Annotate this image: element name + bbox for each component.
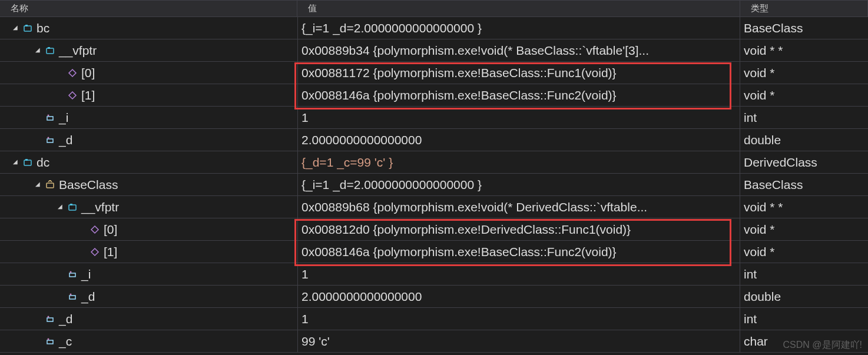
svg-rect-8 xyxy=(47,139,53,142)
svg-point-20 xyxy=(70,293,72,295)
row-value[interactable]: 0x00889b34 {polymorphism.exe!void(* Base… xyxy=(297,39,740,62)
row-value[interactable]: 2.0000000000000000 xyxy=(297,286,740,308)
svg-marker-4 xyxy=(69,69,76,77)
variable-name: _i xyxy=(59,109,68,127)
field-icon xyxy=(45,336,55,347)
row-value[interactable]: {_i=1 _d=2.0000000000000000 } xyxy=(297,17,740,39)
row-type: void * * xyxy=(740,196,868,218)
row-type: void * * xyxy=(740,39,868,62)
svg-rect-1 xyxy=(25,25,28,26)
variable-name: _c xyxy=(59,333,72,350)
svg-rect-6 xyxy=(47,117,53,120)
variable-name: [0] xyxy=(104,221,117,238)
svg-point-18 xyxy=(70,271,72,273)
row-name[interactable]: dc xyxy=(0,151,297,174)
header-type[interactable]: 类型 xyxy=(740,0,868,17)
row-name[interactable]: _d xyxy=(0,286,297,308)
svg-rect-0 xyxy=(24,26,31,31)
row-name[interactable]: _d xyxy=(0,129,297,151)
row-type: int xyxy=(740,263,868,286)
variable-name: BaseClass xyxy=(59,176,118,194)
row-name[interactable]: __vfptr xyxy=(0,39,297,62)
svg-rect-23 xyxy=(47,340,53,344)
row-name[interactable]: [0] xyxy=(0,62,297,84)
row-name[interactable]: __vfptr xyxy=(0,196,297,218)
expand-arrow-icon[interactable] xyxy=(11,24,20,33)
row-name[interactable]: [1] xyxy=(0,241,297,263)
row-value[interactable]: 1 xyxy=(297,263,740,286)
row-type: int xyxy=(740,107,868,129)
svg-rect-12 xyxy=(47,183,54,188)
variable-name: [1] xyxy=(104,243,117,261)
variable-name: _d xyxy=(59,310,72,328)
expand-arrow-icon[interactable] xyxy=(33,46,42,55)
svg-rect-21 xyxy=(47,318,53,321)
variable-name: __vfptr xyxy=(81,198,119,216)
header-name[interactable]: 名称 xyxy=(0,0,297,17)
row-type: void * xyxy=(740,218,868,241)
row-value[interactable]: 0x0088146a {polymorphism.exe!BaseClass::… xyxy=(297,84,740,107)
row-value[interactable]: 0x0088146a {polymorphism.exe!BaseClass::… xyxy=(297,241,740,263)
class-icon xyxy=(45,45,55,56)
row-name[interactable]: [1] xyxy=(0,84,297,107)
variable-name: [1] xyxy=(81,87,95,104)
row-type: BaseClass xyxy=(740,174,868,196)
row-value[interactable]: 0x008812d0 {polymorphism.exe!DerivedClas… xyxy=(297,218,740,241)
svg-point-22 xyxy=(48,316,49,317)
row-name[interactable]: _i xyxy=(0,107,297,129)
svg-rect-17 xyxy=(69,273,75,277)
field-icon xyxy=(67,291,78,302)
row-value[interactable]: 0x00889b68 {polymorphism.exe!void(* Deri… xyxy=(297,196,740,218)
row-name[interactable]: [0] xyxy=(0,218,297,241)
member-icon xyxy=(90,247,100,257)
row-value[interactable]: 1 xyxy=(297,107,740,129)
row-type: int xyxy=(740,308,868,330)
header-value[interactable]: 值 xyxy=(297,0,740,17)
row-type: void * xyxy=(740,84,868,107)
row-type: double xyxy=(740,129,868,151)
row-name[interactable]: BaseClass xyxy=(0,174,297,196)
row-value[interactable]: 0x00881172 {polymorphism.exe!BaseClass::… xyxy=(297,62,740,84)
svg-rect-19 xyxy=(69,296,75,299)
field-icon xyxy=(45,112,55,123)
row-value[interactable]: 99 'c' xyxy=(297,330,740,353)
row-type: double xyxy=(740,286,868,308)
expand-arrow-icon[interactable] xyxy=(55,203,65,212)
variable-name: [0] xyxy=(81,64,95,82)
class-icon xyxy=(22,157,33,168)
svg-rect-13 xyxy=(69,205,76,210)
field-icon xyxy=(67,269,78,280)
base-icon xyxy=(45,180,55,190)
svg-rect-10 xyxy=(24,160,31,165)
member-icon xyxy=(67,68,78,78)
svg-point-24 xyxy=(48,338,49,340)
expand-arrow-icon[interactable] xyxy=(33,180,42,190)
row-name[interactable]: _d xyxy=(0,308,297,330)
svg-point-9 xyxy=(48,137,49,138)
row-name[interactable]: bc xyxy=(0,17,297,39)
row-name[interactable]: _c xyxy=(0,330,297,353)
variable-name: _d xyxy=(81,288,95,306)
row-type: void * xyxy=(740,241,868,263)
svg-marker-5 xyxy=(69,92,76,99)
variable-name: bc xyxy=(37,19,49,37)
svg-marker-15 xyxy=(91,226,98,233)
row-value[interactable]: {_i=1 _d=2.0000000000000000 } xyxy=(297,174,740,196)
watch-grid: 名称 值 类型 bc{_i=1 _d=2.0000000000000000 }B… xyxy=(0,0,868,353)
member-icon xyxy=(67,90,78,101)
row-value[interactable]: 2.0000000000000000 xyxy=(297,129,740,151)
watermark: CSDN @是阿建吖! xyxy=(783,339,862,351)
variable-name: __vfptr xyxy=(59,42,97,59)
expand-arrow-icon[interactable] xyxy=(11,158,20,167)
field-icon xyxy=(45,314,55,324)
class-icon xyxy=(67,202,78,213)
svg-point-7 xyxy=(48,114,49,116)
svg-rect-14 xyxy=(70,204,72,205)
row-name[interactable]: _i xyxy=(0,263,297,286)
row-type: void * xyxy=(740,62,868,84)
svg-rect-11 xyxy=(25,159,28,161)
row-value[interactable]: {_d=1 _c=99 'c' } xyxy=(297,151,740,174)
svg-marker-16 xyxy=(91,248,98,256)
variable-name: _d xyxy=(59,131,72,149)
row-value[interactable]: 1 xyxy=(297,308,740,330)
